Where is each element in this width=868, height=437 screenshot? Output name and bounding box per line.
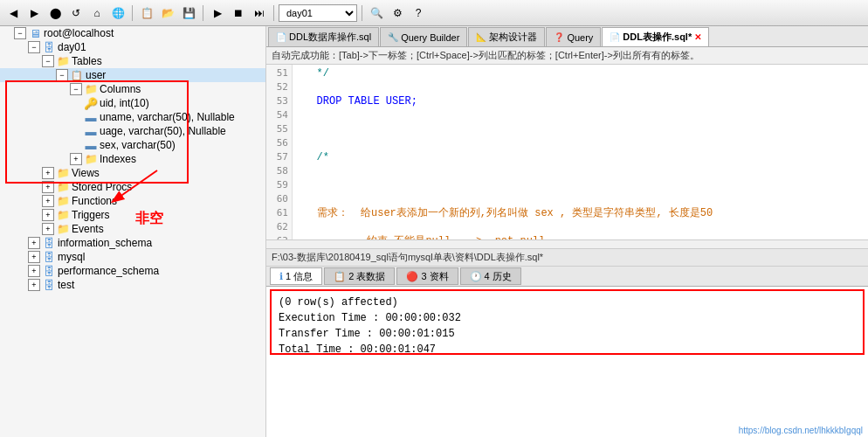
tab-ddl-table[interactable]: 📄 DDL表操作.sql* ✕ <box>602 27 709 46</box>
tree-tables[interactable]: − 📁 Tables <box>0 54 265 68</box>
tree-functions[interactable]: + 📁 Functions <box>0 194 265 208</box>
code-line-52: DROP TABLE USER; <box>298 94 863 108</box>
tree-toggle-root[interactable]: − <box>14 27 26 39</box>
status-path: F:\03-数据库\20180419_sql语句mysql单表\资料\DDL表操… <box>266 248 868 266</box>
toolbar-icon-new[interactable]: 📋 <box>137 3 156 23</box>
tree-toggle-views[interactable]: + <box>42 167 54 179</box>
close-icon-4[interactable]: ✕ <box>694 32 701 42</box>
db-selector[interactable]: day01 <box>279 4 357 22</box>
toolbar-icon-nav[interactable]: 🌐 <box>108 3 127 23</box>
toolbar-icon-refresh[interactable]: ↺ <box>66 3 86 23</box>
tree-mysql-label: mysql <box>58 251 85 263</box>
result-area: (0 row(s) affected) Execution Time : 00:… <box>270 289 865 355</box>
tab-icon-4: 📄 <box>610 32 620 42</box>
folder-icon-views: 📁 <box>56 167 70 179</box>
tab-icon-0: 📄 <box>276 32 286 42</box>
tab-label-3: Query <box>567 32 593 43</box>
tree-col-uname[interactable]: ▬ uname, varchar(50), Nullable <box>0 110 265 124</box>
tree-mysql[interactable]: + 🗄 mysql <box>0 250 265 264</box>
toolbar-icon-stop2[interactable]: ⏹ <box>229 3 248 23</box>
bottom-tab-info[interactable]: ℹ 1 信息 <box>270 267 322 285</box>
pk-icon: 🔑 <box>84 97 98 109</box>
tab-query[interactable]: ❓ Query <box>546 27 601 46</box>
col-icon-sex: ▬ <box>84 139 98 151</box>
toolbar-icon-back[interactable]: ◀ <box>3 3 23 23</box>
left-panel: − 🖥 root@localhost − 🗄 day01 − 📁 Tables <box>0 26 266 437</box>
tree-columns[interactable]: − 📁 Columns <box>0 82 265 96</box>
folder-icon-events: 📁 <box>56 223 70 235</box>
folder-icon-columns: 📁 <box>84 83 98 95</box>
tab-label-2: 架构设计器 <box>489 31 537 44</box>
tab-query-builder[interactable]: 🔧 Query Builder <box>380 27 467 46</box>
tab-icon-3: ❓ <box>554 32 564 42</box>
tree-user-label: user <box>86 69 106 81</box>
tree-triggers[interactable]: + 📁 Triggers <box>0 208 265 222</box>
toolbar-icon-help[interactable]: ? <box>409 3 428 23</box>
tree-toggle-user[interactable]: − <box>56 69 68 81</box>
toolbar-icon-step[interactable]: ⏭ <box>250 3 269 23</box>
bottom-tab-label-3: 4 历史 <box>485 270 512 283</box>
tree-stored-procs[interactable]: + 📁 Stored Procs <box>0 180 265 194</box>
tree-day01-label: day01 <box>58 41 86 53</box>
result-line-2: Transfer Time : 00:00:01:015 <box>279 326 856 342</box>
tree-uid-label: uid, int(10) <box>100 97 149 109</box>
tab-label-1: Query Builder <box>401 32 459 43</box>
tree-col-sex[interactable]: ▬ sex, varchar(50) <box>0 138 265 152</box>
toolbar-icon-settings[interactable]: ⚙ <box>388 3 407 23</box>
tree-root[interactable]: − 🖥 root@localhost <box>0 26 265 40</box>
tree-perf-schema[interactable]: + 🗄 performance_schema <box>0 264 265 278</box>
toolbar-icon-search[interactable]: 🔍 <box>367 3 386 23</box>
tree-toggle-triggers[interactable]: + <box>42 209 54 221</box>
toolbar-icon-play[interactable]: ▶ <box>208 3 227 23</box>
tab-schema-designer[interactable]: 📐 架构设计器 <box>468 27 545 46</box>
tree-toggle-perf[interactable]: + <box>28 265 40 277</box>
code-area[interactable]: 51 52 53 54 55 56 57 58 59 60 61 62 63 6… <box>266 65 868 239</box>
result-line-3: Total Time : 00:00:01:047 <box>279 342 856 355</box>
tree-triggers-label: Triggers <box>72 209 110 221</box>
bottom-tab-label-2: 3 资料 <box>421 270 448 283</box>
tree-user[interactable]: − 📋 user <box>0 68 265 82</box>
result-line-0: (0 row(s) affected) <box>279 295 856 310</box>
tree-toggle-day01[interactable]: − <box>28 41 40 53</box>
tree-col-uage[interactable]: ▬ uage, varchar(50), Nullable <box>0 124 265 138</box>
tree-toggle-tables[interactable]: − <box>42 55 54 67</box>
toolbar-icon-save[interactable]: 💾 <box>179 3 198 23</box>
tree-functions-label: Functions <box>72 195 117 207</box>
code-line-55 <box>298 178 863 192</box>
bottom-tab-info2[interactable]: 🔴 3 资料 <box>396 267 458 285</box>
tree-day01[interactable]: − 🗄 day01 <box>0 40 265 54</box>
sep4 <box>362 5 362 21</box>
tree-info-schema[interactable]: + 🗄 information_schema <box>0 236 265 250</box>
tree-toggle-columns[interactable]: − <box>70 83 82 95</box>
tree-views[interactable]: + 📁 Views <box>0 166 265 180</box>
hint-bar: 自动完成功能：[Tab]->下一标签；[Ctrl+Space]->列出匹配的标签… <box>266 47 868 65</box>
bottom-tab-tabledata[interactable]: 📋 2 表数据 <box>324 267 395 285</box>
tree-toggle-test[interactable]: + <box>28 279 40 291</box>
tree-toggle-events[interactable]: + <box>42 223 54 235</box>
tree-toggle-info[interactable]: + <box>28 237 40 249</box>
tree-events[interactable]: + 📁 Events <box>0 222 265 236</box>
tree-indexes[interactable]: + 📁 Indexes <box>0 152 265 166</box>
tree-col-uid[interactable]: 🔑 uid, int(10) <box>0 96 265 110</box>
tree-test[interactable]: + 🗄 test <box>0 278 265 292</box>
bottom-tab-icon-0: ℹ <box>279 271 283 282</box>
line-numbers: 51 52 53 54 55 56 57 58 59 60 61 62 63 6… <box>266 65 293 239</box>
bottom-tab-history[interactable]: 🕐 4 历史 <box>460 267 521 285</box>
toolbar-icon-open[interactable]: 📂 <box>158 3 177 23</box>
tree-toggle-functions[interactable]: + <box>42 195 54 207</box>
tree-toggle-mysql[interactable]: + <box>28 251 40 263</box>
toolbar-icon-home[interactable]: ⌂ <box>87 3 107 23</box>
toolbar-icon-stop[interactable]: ⬤ <box>45 3 65 23</box>
db-icon-perf: 🗄 <box>42 265 56 277</box>
table-icon-user: 📋 <box>70 69 84 81</box>
toolbar-icon-forward[interactable]: ▶ <box>24 3 44 23</box>
h-scrollbar[interactable] <box>266 239 868 248</box>
tree-toggle-indexes[interactable]: + <box>70 153 82 165</box>
hint-text: 自动完成功能：[Tab]->下一标签；[Ctrl+Space]->列出匹配的标签… <box>272 50 699 60</box>
tab-ddl-db[interactable]: 📄 DDL数据库操作.sql <box>268 27 379 46</box>
tree-toggle-procs[interactable]: + <box>42 181 54 193</box>
col-icon-uname: ▬ <box>84 111 98 123</box>
bottom-tab-label-0: 1 信息 <box>286 270 313 283</box>
code-content[interactable]: */ DROP TABLE USER; /* 需求： 给user表添加一个新的列… <box>293 65 868 239</box>
db-icon-mysql: 🗄 <box>42 251 56 263</box>
